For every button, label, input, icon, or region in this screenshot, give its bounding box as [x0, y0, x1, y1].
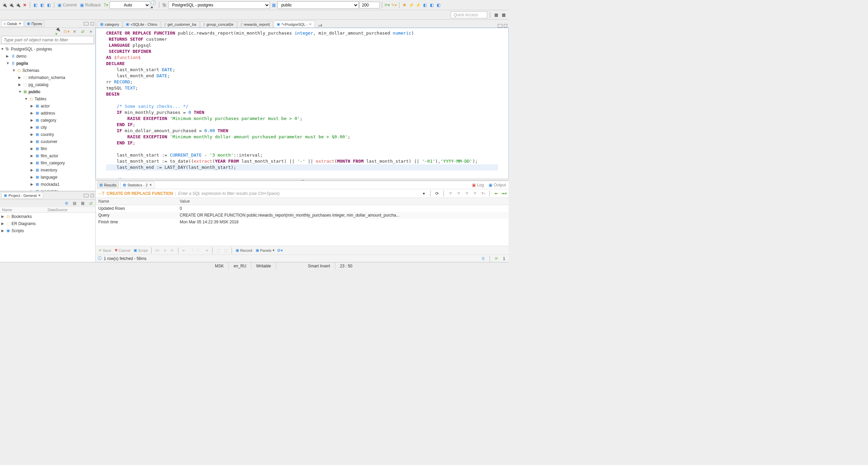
- log-button[interactable]: ▣Log: [471, 182, 485, 188]
- schema-select[interactable]: public: [277, 1, 359, 9]
- connection-select[interactable]: PostgreSQL - postgres: [168, 1, 270, 9]
- tab-get-customer[interactable]: ƒget_customer_ba: [161, 21, 199, 27]
- plug-add-icon[interactable]: 🔌: [1, 2, 7, 8]
- tab-rewards-report[interactable]: ƒrewards_report(: [237, 21, 273, 27]
- tree-table-inventory[interactable]: ▶▦inventory: [0, 166, 95, 174]
- stats-row[interactable]: Finish timeMon Mar 05 14:22:39 MSK 2018: [96, 219, 509, 225]
- cancel-button[interactable]: ✖Cancel: [114, 248, 131, 253]
- gear-icon[interactable]: ⚙: [63, 200, 70, 206]
- tree-filter-input[interactable]: [1, 36, 94, 44]
- close-icon[interactable]: ✕: [19, 22, 21, 25]
- tree-table-film-category[interactable]: ▶▦film_category: [0, 159, 95, 166]
- tree-schema-public[interactable]: ▼▦public: [0, 88, 95, 95]
- tree-table-actor[interactable]: ▶▦actor: [0, 102, 95, 109]
- maximize-icon[interactable]: [91, 194, 94, 197]
- plug-disconnect-icon[interactable]: ✖: [22, 2, 28, 8]
- tx-mode-icon[interactable]: T▾: [103, 2, 109, 8]
- filter-hint[interactable]: Enter a SQL expression to filter results…: [178, 191, 419, 196]
- filter-3-icon[interactable]: ⧩: [463, 190, 470, 197]
- tab-sqlite-chino[interactable]: ▣<SQLite - Chino: [123, 21, 160, 27]
- tab-category[interactable]: ▦category: [97, 21, 122, 27]
- link-icon[interactable]: ⇄: [88, 200, 94, 206]
- exec-alt-icon[interactable]: ⚡: [415, 2, 421, 8]
- panel-2-icon[interactable]: ◧: [429, 2, 435, 8]
- tree-table-mockada1[interactable]: ▶▦mockada1: [0, 181, 95, 188]
- filter-1-icon[interactable]: ⧩: [447, 190, 453, 197]
- tree-schemas[interactable]: ▼🗀Schemas: [0, 67, 95, 74]
- sql-editor[interactable]: CREATE OR REPLACE FUNCTION public.reward…: [96, 28, 509, 179]
- tab-group-concat[interactable]: ƒgroup_concat(te: [200, 21, 237, 27]
- sql-plus-icon[interactable]: ◧: [46, 2, 52, 8]
- expand-icon[interactable]: ⊞: [80, 200, 86, 206]
- project-scripts[interactable]: ▶▣Scripts: [0, 227, 95, 234]
- minimize-icon[interactable]: [84, 194, 88, 197]
- folder-icon[interactable]: 🗀▾: [63, 28, 70, 35]
- prev-icon[interactable]: 〈: [189, 247, 195, 254]
- tab-statistics[interactable]: ▦Statistics - 2 ✕: [120, 182, 154, 188]
- gear-icon[interactable]: ⚙▾: [277, 247, 283, 254]
- refresh-icon[interactable]: ⟳: [434, 190, 440, 197]
- connect-icon[interactable]: 🔌▾: [55, 28, 61, 35]
- tab-projects[interactable]: ▣Проек: [24, 20, 44, 27]
- tree-db-pagila[interactable]: ▼🛢pagila: [0, 60, 95, 67]
- filter-5-icon[interactable]: ⧩▾: [480, 190, 486, 197]
- pencil-icon[interactable]: ✎▾: [391, 2, 397, 8]
- filter-off-icon[interactable]: =: [72, 28, 78, 35]
- stats-row[interactable]: QueryCREATE OR REPLACE FUNCTION public.r…: [96, 212, 509, 219]
- panels-button[interactable]: ▣Panels ▾: [255, 248, 276, 253]
- history-icon[interactable]: 🕓▾: [151, 2, 157, 8]
- refresh-icon[interactable]: ⟳▾: [384, 2, 390, 8]
- tree-db-demo[interactable]: ▶🛢demo: [0, 53, 95, 60]
- tree-table-country[interactable]: ▶▦country: [0, 131, 95, 138]
- expand-icon[interactable]: ⬚: [215, 247, 221, 254]
- tab-database[interactable]: ≡Datab ✕: [1, 21, 24, 27]
- maximize-icon[interactable]: [504, 24, 507, 27]
- filter-arrow-icon[interactable]: →T: [97, 191, 105, 196]
- tab-postgresql-active[interactable]: ▣*<PostgreSQL - ✕: [274, 21, 315, 27]
- project-bookmarks[interactable]: ▶🗀Bookmarks: [0, 213, 95, 220]
- nav-right-icon[interactable]: ➡▾: [501, 190, 507, 197]
- nav-left-icon[interactable]: ⬅: [493, 190, 499, 197]
- menu-icon[interactable]: ▿: [88, 28, 94, 35]
- tree-table-customer[interactable]: ▶▦customer: [0, 138, 95, 145]
- link-icon[interactable]: ⇄: [80, 28, 86, 35]
- tab-results[interactable]: ▦Results: [97, 182, 119, 188]
- project-er-diagrams[interactable]: ▶⬚ER Diagrams: [0, 220, 95, 227]
- stats-row[interactable]: Updated Rows0: [96, 205, 509, 212]
- panel-3-icon[interactable]: ◧: [435, 2, 441, 8]
- first-icon[interactable]: ⇤: [181, 247, 187, 254]
- last-icon[interactable]: ⇥: [203, 247, 210, 254]
- tree-schema-pgcatalog[interactable]: ▶⬚pg_catalog: [0, 81, 95, 88]
- commit-button[interactable]: ▣Commit: [56, 2, 78, 8]
- row-add-icon[interactable]: ≡+: [154, 247, 160, 254]
- close-icon[interactable]: ✕: [309, 22, 312, 26]
- project-tree[interactable]: ▶🗀Bookmarks ▶⬚ER Diagrams ▶▣Scripts: [0, 213, 95, 262]
- auto-commit-select[interactable]: Auto: [110, 1, 150, 9]
- tree-schema-information[interactable]: ▶⬚information_schema: [0, 74, 95, 81]
- next-icon[interactable]: 〉: [196, 247, 202, 254]
- tree-table-language[interactable]: ▶▦language: [0, 174, 95, 181]
- dropdown-icon[interactable]: ▾: [421, 190, 427, 197]
- plug-connect-icon[interactable]: 🔌: [15, 2, 21, 8]
- quick-access-input[interactable]: Quick Access: [451, 12, 487, 18]
- script-button[interactable]: ▣Script: [133, 248, 149, 253]
- plug-icon[interactable]: 🔌: [8, 2, 14, 8]
- sql-open-icon[interactable]: ◧: [39, 2, 45, 8]
- stop-icon[interactable]: ✱: [401, 2, 408, 8]
- tree-table-film-actor[interactable]: ▶▦film_actor: [0, 152, 95, 159]
- maximize-icon[interactable]: [91, 22, 94, 25]
- tree-table-film[interactable]: ▶▦film: [0, 145, 95, 152]
- minimize-icon[interactable]: [498, 24, 502, 27]
- tree-tables-folder[interactable]: ▼🗀Tables: [0, 95, 95, 102]
- collapse-icon[interactable]: ⬚: [223, 247, 229, 254]
- row-copy-icon[interactable]: ≡: [162, 247, 168, 254]
- tree-table-city[interactable]: ▶▦city: [0, 124, 95, 131]
- output-button[interactable]: ▣Output: [487, 182, 507, 188]
- database-tree[interactable]: ▼🐘PostgreSQL - postgres ▶🛢demo ▼🛢pagila …: [0, 44, 95, 191]
- filter-4-icon[interactable]: ⧩: [472, 190, 478, 197]
- filter-2-icon[interactable]: ⧩: [455, 190, 461, 197]
- refresh-page-icon[interactable]: ⟳: [493, 256, 499, 262]
- record-button[interactable]: ▣Record: [235, 248, 253, 253]
- limit-input[interactable]: [359, 2, 380, 8]
- export-icon[interactable]: ⎘: [480, 256, 486, 262]
